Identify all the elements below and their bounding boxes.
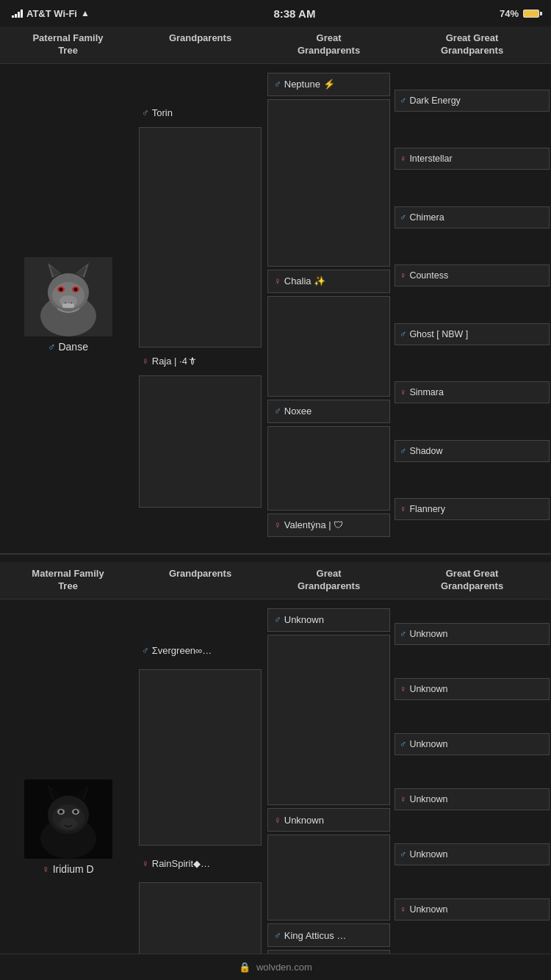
maternal-ggp-col: ♂ Unknown ♀ Unknown ♂ King Atticus … ♀ I… <box>264 607 393 980</box>
maternal-subject-name: ♀ Iridium D <box>42 863 93 875</box>
paternal-gggp-1[interactable]: ♂ Dark Energy <box>395 90 550 112</box>
footer-text: wolvden.com <box>256 962 312 973</box>
gp1-gender: ♂ <box>142 107 149 118</box>
paternal-gggp-7[interactable]: ♂ Shadow <box>395 440 550 462</box>
battery-icon <box>523 10 539 18</box>
mggp2-box <box>267 835 390 920</box>
mgggp3-gender: ♂ <box>400 739 406 749</box>
mggp3-gender: ♂ <box>274 930 281 941</box>
maternal-ggp-1[interactable]: ♂ Unknown <box>267 608 390 632</box>
maternal-gp-2[interactable]: ♀ RainSpirit◆… <box>136 851 264 876</box>
mggp1-gender: ♂ <box>274 614 281 625</box>
status-bar: AT&T Wi-Fi ▲ 8:38 AM 74% <box>0 0 551 26</box>
gggp7-gender: ♂ <box>400 446 406 456</box>
gggp3-gender: ♂ <box>400 212 406 223</box>
maternal-ggp-2[interactable]: ♀ Unknown <box>267 808 390 832</box>
paternal-headers: Paternal FamilyTree Grandparents GreatGr… <box>0 26 551 64</box>
svg-point-28 <box>60 818 77 829</box>
paternal-subject-col: ♂ Danse <box>0 71 136 538</box>
maternal-subject: ♀ Iridium D <box>24 779 112 875</box>
maternal-subject-col: ♀ Iridium D <box>0 607 136 980</box>
gggp1-gender: ♂ <box>400 96 406 106</box>
status-right: 74% <box>500 8 539 19</box>
svg-point-10 <box>59 287 62 291</box>
ggp3-gender: ♂ <box>274 406 281 417</box>
gp-raja-box <box>139 375 262 508</box>
paternal-col1-header: Paternal FamilyTree <box>0 32 136 57</box>
maternal-col2-header: Grandparents <box>136 568 264 593</box>
gggp6-gender: ♀ <box>400 387 406 397</box>
ggp2-gender: ♀ <box>274 275 281 287</box>
wifi-icon: ▲ <box>81 8 90 18</box>
maternal-headers: Maternal FamilyTree Grandparents GreatGr… <box>0 562 551 599</box>
maternal-gender-symbol: ♀ <box>42 863 50 875</box>
svg-point-26 <box>73 810 77 813</box>
paternal-gggp-5[interactable]: ♂ Ghost [ NBW ] <box>395 323 550 345</box>
paternal-gggp-3[interactable]: ♂ Chimera <box>395 206 550 228</box>
carrier-label: AT&T Wi-Fi <box>26 8 77 19</box>
footer: 🔒 wolvden.com <box>0 954 551 980</box>
paternal-subject: ♂ Danse <box>24 257 112 353</box>
maternal-subject-avatar <box>24 779 112 859</box>
mgp1-gender: ♂ <box>142 645 149 656</box>
gggp4-gender: ♀ <box>400 270 406 281</box>
maternal-gggp-6[interactable]: ♀ Unknown <box>395 898 550 920</box>
svg-rect-14 <box>62 303 74 308</box>
ggp1-gender: ♂ <box>274 79 281 90</box>
ggp3-box <box>267 426 390 511</box>
gp-torin-box <box>139 127 262 347</box>
maternal-gggp-5[interactable]: ♂ Unknown <box>395 843 550 865</box>
paternal-gggp-6[interactable]: ♀ Sinmara <box>395 381 550 403</box>
maternal-gggp-4[interactable]: ♀ Unknown <box>395 788 550 810</box>
main-content: Paternal FamilyTree Grandparents GreatGr… <box>0 26 551 980</box>
svg-point-25 <box>59 810 62 813</box>
paternal-gp-1[interactable]: ♂ Torin <box>136 101 264 126</box>
maternal-grandparents-col: ♂ Σvergreen∞… ♀ RainSpirit◆… <box>136 607 264 980</box>
maternal-col1-header: Maternal FamilyTree <box>0 568 136 593</box>
mgggp2-gender: ♀ <box>400 684 406 694</box>
paternal-col3-header: GreatGrandparents <box>264 32 393 57</box>
paternal-grandparents-col: ♂ Torin ♀ Raja | ·4🗡 <box>136 71 264 538</box>
paternal-ggp-1[interactable]: ♂ Neptune ⚡ <box>267 73 390 96</box>
paternal-ggp-3[interactable]: ♂ Noxee <box>267 400 390 423</box>
mgp2-gender: ♀ <box>142 858 149 869</box>
ggp4-gender: ♀ <box>274 519 281 530</box>
ggp2-box <box>267 296 390 397</box>
section-divider <box>0 553 551 555</box>
gggp5-gender: ♂ <box>400 329 406 339</box>
paternal-ggp-4[interactable]: ♀ Valentýna | 🛡 <box>267 514 390 537</box>
paternal-subject-avatar <box>24 257 112 336</box>
maternal-gggp-2[interactable]: ♀ Unknown <box>395 678 550 700</box>
svg-point-11 <box>73 287 77 291</box>
maternal-gggp-col: ♂ Unknown ♀ Unknown ♂ Unknown ♀ Unknown … <box>393 607 551 980</box>
paternal-gggp-2[interactable]: ♀ Interstellar <box>395 148 550 170</box>
paternal-col4-header: Great GreatGrandparents <box>393 32 551 57</box>
maternal-col3-header: GreatGrandparents <box>264 568 393 593</box>
gggp8-gender: ♀ <box>400 504 406 514</box>
maternal-col4-header: Great GreatGrandparents <box>393 568 551 593</box>
paternal-tree-section: ♂ Danse ♂ Torin ♀ Raja | ·4🗡 <box>0 64 551 546</box>
paternal-col2-header: Grandparents <box>136 32 264 57</box>
paternal-gp-2[interactable]: ♀ Raja | ·4🗡 <box>136 349 264 374</box>
mgggp1-gender: ♂ <box>400 629 406 639</box>
mgp-1-box <box>139 669 262 846</box>
paternal-ggp-col: ♂ Neptune ⚡ ♀ Chalia ✨ ♂ Noxee ♀ Valentý… <box>264 71 393 538</box>
signal-bars <box>12 9 23 18</box>
mggp1-box <box>267 635 390 806</box>
mgggp6-gender: ♀ <box>400 904 406 915</box>
paternal-gggp-4[interactable]: ♀ Countess <box>395 264 550 287</box>
mgggp5-gender: ♂ <box>400 849 406 860</box>
footer-lock-icon: 🔒 <box>239 962 251 973</box>
maternal-gggp-1[interactable]: ♂ Unknown <box>395 623 550 645</box>
ggp1-box <box>267 99 390 267</box>
paternal-subject-name: ♂ Danse <box>48 341 88 353</box>
battery-percent: 74% <box>500 8 519 19</box>
maternal-ggp-3[interactable]: ♂ King Atticus … <box>267 923 390 947</box>
maternal-tree-section: ♀ Iridium D ♂ Σvergreen∞… ♀ RainSpirit◆… <box>0 599 551 980</box>
paternal-ggp-2[interactable]: ♀ Chalia ✨ <box>267 270 390 293</box>
time-display: 8:38 AM <box>273 7 315 20</box>
status-left: AT&T Wi-Fi ▲ <box>12 8 90 19</box>
maternal-gggp-3[interactable]: ♂ Unknown <box>395 733 550 755</box>
maternal-gp-1[interactable]: ♂ Σvergreen∞… <box>136 638 264 663</box>
paternal-gggp-8[interactable]: ♀ Flannery <box>395 498 550 520</box>
